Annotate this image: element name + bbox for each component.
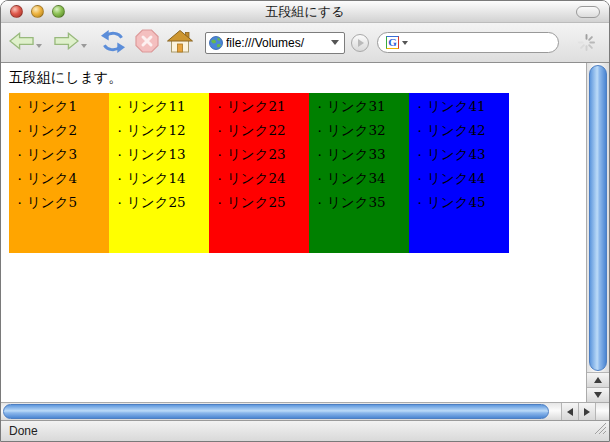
list-item: ・リンク25: [209, 191, 309, 215]
column-orange: ・リンク1 ・リンク2 ・リンク3 ・リンク4 ・リンク5: [9, 93, 109, 253]
link-text[interactable]: リンク45: [427, 191, 486, 213]
forward-arrow-icon: [54, 32, 79, 53]
bullet-marker: ・: [214, 193, 225, 215]
column-blue: ・リンク41 ・リンク42 ・リンク43 ・リンク44 ・リンク45: [409, 93, 509, 253]
bullet-marker: ・: [14, 193, 25, 215]
reload-button[interactable]: [99, 29, 127, 57]
link-text[interactable]: リンク3: [27, 143, 77, 165]
url-dropdown-icon[interactable]: [331, 40, 339, 45]
bullet-marker: ・: [214, 121, 225, 143]
scrollbar-corner: [595, 403, 609, 420]
globe-icon: [209, 36, 223, 50]
link-text[interactable]: リンク2: [27, 119, 77, 141]
link-text[interactable]: リンク14: [127, 167, 186, 189]
bullet-marker: ・: [114, 97, 125, 119]
titlebar[interactable]: 五段組にする: [1, 1, 609, 23]
link-text[interactable]: リンク42: [427, 119, 486, 141]
bullet-marker: ・: [114, 121, 125, 143]
back-dropdown-icon[interactable]: [36, 44, 42, 48]
reload-icon: [99, 29, 127, 57]
horizontal-scrollbar-thumb[interactable]: [3, 404, 549, 419]
columns-container: ・リンク1 ・リンク2 ・リンク3 ・リンク4 ・リンク5 ・リンク11 ・リン…: [9, 93, 509, 253]
vertical-scrollbar-track[interactable]: [587, 63, 609, 372]
list-item: ・リンク35: [309, 191, 409, 215]
link-text[interactable]: リンク22: [227, 119, 286, 141]
bullet-marker: ・: [14, 169, 25, 191]
link-text[interactable]: リンク41: [427, 95, 486, 117]
list-item: ・リンク31: [309, 95, 409, 119]
url-text[interactable]: file:///Volumes/: [226, 36, 329, 50]
link-text[interactable]: リンク23: [227, 143, 286, 165]
back-arrow-icon: [9, 32, 34, 53]
browser-window: 五段組にする: [0, 0, 610, 442]
bullet-marker: ・: [114, 193, 125, 215]
link-text[interactable]: リンク24: [227, 167, 286, 189]
page-content: 五段組にします。 ・リンク1 ・リンク2 ・リンク3 ・リンク4 ・リンク5 ・…: [1, 63, 586, 402]
column-yellow: ・リンク11 ・リンク12 ・リンク13 ・リンク14 ・リンク25: [109, 93, 209, 253]
list-item: ・リンク21: [209, 95, 309, 119]
list-item: ・リンク33: [309, 143, 409, 167]
home-button[interactable]: [167, 30, 193, 56]
bullet-marker: ・: [114, 169, 125, 191]
search-field[interactable]: G: [377, 32, 559, 53]
stop-icon: [135, 29, 159, 56]
bullet-marker: ・: [214, 97, 225, 119]
back-button[interactable]: [9, 32, 42, 53]
link-text[interactable]: リンク11: [127, 95, 186, 117]
bullet-marker: ・: [314, 145, 325, 167]
list-item: ・リンク13: [109, 143, 209, 167]
list-item: ・リンク14: [109, 167, 209, 191]
link-text[interactable]: リンク44: [427, 167, 486, 189]
bullet-marker: ・: [414, 145, 425, 167]
link-text[interactable]: リンク43: [427, 143, 486, 165]
bullet-marker: ・: [314, 97, 325, 119]
link-text[interactable]: リンク31: [327, 95, 386, 117]
scroll-down-button[interactable]: [587, 387, 609, 402]
horizontal-scrollbar-track[interactable]: [1, 403, 561, 420]
link-text[interactable]: リンク5: [27, 191, 77, 213]
list-item: ・リンク5: [9, 191, 109, 215]
go-arrow-icon: [358, 39, 364, 47]
forward-button[interactable]: [54, 32, 87, 53]
horizontal-scrollbar[interactable]: [1, 402, 609, 420]
scroll-up-button[interactable]: [587, 372, 609, 387]
link-text[interactable]: リンク32: [327, 119, 386, 141]
scroll-right-button[interactable]: [578, 403, 595, 420]
forward-dropdown-icon[interactable]: [81, 44, 87, 48]
link-text[interactable]: リンク35: [327, 191, 386, 213]
list-item: ・リンク3: [9, 143, 109, 167]
list-item: ・リンク25: [109, 191, 209, 215]
vertical-scrollbar[interactable]: [586, 63, 609, 402]
throbber-icon: [578, 34, 595, 51]
navigation-toolbar: file:///Volumes/ G: [1, 23, 609, 63]
list-item: ・リンク22: [209, 119, 309, 143]
link-text[interactable]: リンク1: [27, 95, 77, 117]
resize-grip[interactable]: [594, 421, 607, 439]
link-text[interactable]: リンク25: [227, 191, 286, 213]
link-text[interactable]: リンク34: [327, 167, 386, 189]
search-engine-dropdown-icon[interactable]: [402, 41, 408, 45]
toolbar-toggle-button[interactable]: [576, 6, 600, 18]
scroll-left-button[interactable]: [561, 403, 578, 420]
bullet-marker: ・: [414, 169, 425, 191]
vertical-scrollbar-thumb[interactable]: [589, 65, 607, 371]
link-text[interactable]: リンク13: [127, 143, 186, 165]
window-title: 五段組にする: [1, 1, 609, 23]
stop-button[interactable]: [135, 29, 159, 56]
column-green: ・リンク31 ・リンク32 ・リンク33 ・リンク34 ・リンク35: [309, 93, 409, 253]
link-text[interactable]: リンク12: [127, 119, 186, 141]
link-text[interactable]: リンク25: [127, 191, 186, 213]
bullet-marker: ・: [114, 145, 125, 167]
list-item: ・リンク34: [309, 167, 409, 191]
link-text[interactable]: リンク21: [227, 95, 286, 117]
url-field[interactable]: file:///Volumes/: [205, 32, 345, 54]
link-text[interactable]: リンク4: [27, 167, 77, 189]
link-text[interactable]: リンク33: [327, 143, 386, 165]
list-item: ・リンク24: [209, 167, 309, 191]
go-button[interactable]: [351, 34, 369, 52]
down-arrow-icon: [594, 392, 602, 398]
google-icon: G: [386, 36, 399, 49]
list-item: ・リンク45: [409, 191, 509, 215]
bullet-marker: ・: [314, 121, 325, 143]
bullet-marker: ・: [214, 169, 225, 191]
